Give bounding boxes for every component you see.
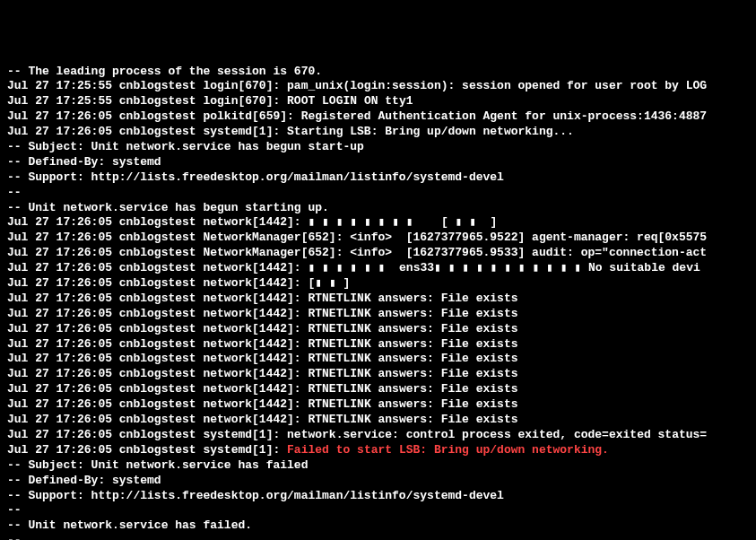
log-line: Jul 27 17:26:05 cnblogstest NetworkManag… <box>7 246 749 261</box>
log-message: network.service: control process exited,… <box>287 428 707 441</box>
log-message: RTNETLINK answers: File exists <box>308 367 517 380</box>
log-line: Jul 27 17:26:05 cnblogstest network[1442… <box>7 337 749 353</box>
log-prefix: -- <box>7 503 22 517</box>
log-line: -- Defined-By: systemd <box>7 474 749 489</box>
log-line: -- The leading process of the session is… <box>7 65 749 80</box>
log-prefix: Jul 27 17:26:05 cnblogstest network[1442… <box>7 322 308 335</box>
log-line: -- Support: http://lists.freedesktop.org… <box>7 489 749 504</box>
log-prefix: -- Support: http://lists.freedesktop.org… <box>7 489 504 502</box>
log-prefix: Jul 27 17:26:05 cnblogstest polkitd[659]… <box>7 109 301 123</box>
log-prefix: -- Unit network.service has failed. <box>7 518 252 532</box>
log-prefix: Jul 27 17:25:55 cnblogstest login[670]: <box>7 94 287 108</box>
log-message: RTNETLINK answers: File exists <box>308 397 517 411</box>
log-line: Jul 27 17:26:05 cnblogstest network[1442… <box>7 413 749 428</box>
log-line: Jul 27 17:26:05 cnblogstest network[1442… <box>7 292 749 307</box>
log-message: RTNETLINK answers: File exists <box>308 382 517 396</box>
log-prefix: -- <box>7 534 22 540</box>
log-line: -- Unit network.service has begun starti… <box>7 201 749 216</box>
log-message: [▮ ▮ ] <box>308 276 350 290</box>
log-prefix: -- The leading process of the session is… <box>7 65 322 78</box>
log-line: Jul 27 17:26:05 cnblogstest network[1442… <box>7 307 749 322</box>
log-prefix: Jul 27 17:26:05 cnblogstest NetworkManag… <box>7 246 707 259</box>
log-prefix: Jul 27 17:26:05 cnblogstest network[1442… <box>7 367 308 380</box>
log-prefix: Jul 27 17:26:05 cnblogstest NetworkManag… <box>7 231 707 244</box>
log-line: Jul 27 17:26:05 cnblogstest network[1442… <box>7 367 749 382</box>
log-prefix: Jul 27 17:26:05 cnblogstest network[1442… <box>7 397 308 411</box>
log-message: RTNETLINK answers: File exists <box>308 352 517 365</box>
log-line: -- Subject: Unit network.service has fai… <box>7 458 749 474</box>
log-message: RTNETLINK answers: File exists <box>308 337 517 351</box>
log-line: Jul 27 17:26:05 cnblogstest systemd[1]: … <box>7 428 749 443</box>
log-prefix: Jul 27 17:26:05 cnblogstest network[1442… <box>7 382 308 396</box>
log-line: Jul 27 17:26:05 cnblogstest network[1442… <box>7 276 749 292</box>
log-prefix: -- Support: http://lists.freedesktop.org… <box>7 170 504 184</box>
log-line: -- Unit network.service has failed. <box>7 518 749 534</box>
log-message: RTNETLINK answers: File exists <box>308 413 517 426</box>
log-line: Jul 27 17:25:55 cnblogstest login[670]: … <box>7 79 749 94</box>
log-prefix: -- Defined-By: systemd <box>7 155 161 169</box>
log-line: -- Support: http://lists.freedesktop.org… <box>7 170 749 186</box>
terminal-output: -- The leading process of the session is… <box>7 65 749 540</box>
log-prefix: -- Subject: Unit network.service has beg… <box>7 140 364 153</box>
log-message: RTNETLINK answers: File exists <box>308 292 517 305</box>
log-line: Jul 27 17:26:05 cnblogstest polkitd[659]… <box>7 109 749 125</box>
log-line: -- Defined-By: systemd <box>7 155 749 170</box>
log-prefix: Jul 27 17:26:05 cnblogstest network[1442… <box>7 413 308 426</box>
log-prefix: Jul 27 17:26:05 cnblogstest systemd[1]: <box>7 443 287 457</box>
log-prefix: Jul 27 17:26:05 cnblogstest network[1442… <box>7 337 308 351</box>
log-error-message: Failed to start LSB: Bring up/down netwo… <box>287 443 609 457</box>
log-line: Jul 27 17:25:55 cnblogstest login[670]: … <box>7 94 749 109</box>
log-line: -- <box>7 503 749 518</box>
log-prefix: Jul 27 17:26:05 cnblogstest systemd[1]: <box>7 428 287 441</box>
log-message: RTNETLINK answers: File exists <box>308 322 517 335</box>
log-prefix: Jul 27 17:26:05 cnblogstest network[1442… <box>7 352 308 365</box>
log-message: Registered Authentication Agent for unix… <box>301 109 707 123</box>
log-prefix: Jul 27 17:26:05 cnblogstest network[1442… <box>7 276 308 290</box>
log-prefix: -- Unit network.service has begun starti… <box>7 201 329 214</box>
log-prefix: -- Defined-By: systemd <box>7 474 161 487</box>
log-line: Jul 27 17:26:05 cnblogstest network[1442… <box>7 382 749 397</box>
log-message: ROOT LOGIN ON tty1 <box>287 94 413 108</box>
log-line: Jul 27 17:26:05 cnblogstest NetworkManag… <box>7 231 749 246</box>
log-line: Jul 27 17:26:05 cnblogstest systemd[1]: … <box>7 125 749 140</box>
log-line: -- <box>7 186 749 201</box>
log-prefix: Jul 27 17:26:05 cnblogstest network[1442… <box>7 261 308 274</box>
log-prefix: Jul 27 17:26:05 cnblogstest network[1442… <box>7 292 308 305</box>
log-line: Jul 27 17:26:05 cnblogstest systemd[1]: … <box>7 443 749 458</box>
log-line: -- Subject: Unit network.service has beg… <box>7 140 749 155</box>
log-prefix: Jul 27 17:26:05 cnblogstest network[1442… <box>7 215 308 229</box>
log-message: ▮ ▮ ▮ ▮ ▮ ▮ ▮ ▮ [ ▮ ▮ ] <box>308 215 497 229</box>
log-line: Jul 27 17:26:05 cnblogstest network[1442… <box>7 215 749 231</box>
log-prefix: Jul 27 17:25:55 cnblogstest login[670]: … <box>7 79 707 92</box>
log-line: -- <box>7 534 749 540</box>
log-prefix: -- <box>7 186 22 199</box>
log-message: ▮ ▮ ▮ ▮ ▮ ▮ ens33▮ ▮ ▮ ▮ ▮ ▮ ▮ ▮ ▮ ▮ ▮ N… <box>308 261 700 274</box>
log-line: Jul 27 17:26:05 cnblogstest network[1442… <box>7 397 749 413</box>
log-prefix: Jul 27 17:26:05 cnblogstest systemd[1]: … <box>7 125 574 138</box>
log-line: Jul 27 17:26:05 cnblogstest network[1442… <box>7 322 749 337</box>
log-line: Jul 27 17:26:05 cnblogstest network[1442… <box>7 352 749 367</box>
log-prefix: Jul 27 17:26:05 cnblogstest network[1442… <box>7 307 308 320</box>
log-prefix: -- Subject: Unit network.service has fai… <box>7 458 308 472</box>
log-message: RTNETLINK answers: File exists <box>308 307 517 320</box>
log-line: Jul 27 17:26:05 cnblogstest network[1442… <box>7 261 749 276</box>
